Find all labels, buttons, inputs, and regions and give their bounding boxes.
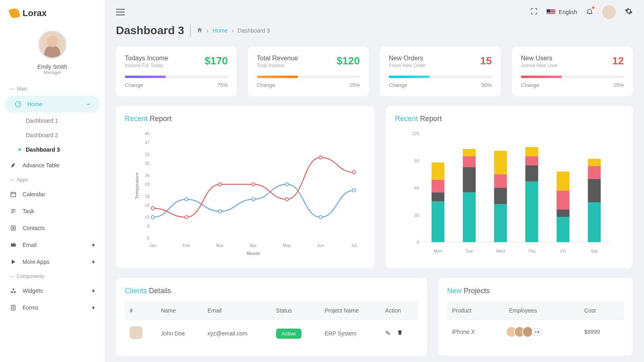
leaf-icon [8, 7, 20, 19]
kpi-change-label: Change [389, 82, 407, 88]
bar-chart[interactable]: 0306090120MonTueWedThuFriSat [395, 130, 624, 258]
sidebar-item-label: More Apps [23, 259, 50, 265]
dashboard-icon [14, 101, 22, 108]
svg-rect-72 [588, 202, 601, 242]
table-header: Email [202, 302, 271, 320]
page-title: Dashboard 3 [116, 24, 191, 37]
svg-text:Fri: Fri [561, 249, 566, 253]
svg-text:Mon: Mon [434, 249, 442, 253]
svg-point-32 [353, 189, 356, 192]
svg-rect-47 [431, 202, 444, 242]
brand[interactable]: Lorax [0, 8, 105, 27]
project-product: iPhone X [447, 320, 504, 344]
table-header: Action [380, 302, 418, 320]
kpi-title: Total Revenue [257, 55, 298, 62]
sidebar-item-dashboard3[interactable]: Dashboard 3 [16, 142, 105, 157]
svg-text:60: 60 [414, 185, 419, 190]
section-components: Components [0, 270, 105, 282]
sidebar-item-dashboard1[interactable]: Dashboard 1 [16, 113, 105, 128]
sidebar-item-dashboard2[interactable]: Dashboard 2 [16, 128, 105, 142]
sidebar-item-calendar[interactable]: Calendar [0, 186, 105, 203]
table-row: iPhone X +4 $8999 [447, 320, 624, 344]
sidebar-item-widgets[interactable]: Widgets + [0, 282, 105, 299]
sidebar-item-label: Home [27, 101, 42, 107]
projects-card: New Projects ProductEmployeesCost iPhone… [438, 278, 633, 356]
kpi-card-3: New Users Joined New User 12 Change25% [512, 47, 633, 96]
svg-rect-55 [463, 149, 476, 156]
svg-text:40: 40 [144, 131, 149, 136]
bar-chart-card: Recent Report 0306090120MonTueWedThuFriS… [386, 106, 633, 268]
menu-toggle[interactable] [116, 9, 125, 15]
fullscreen-icon[interactable] [530, 8, 538, 17]
sidebar-item-contacts[interactable]: Contacts [0, 220, 105, 237]
svg-text:Tue: Tue [466, 249, 473, 253]
settings-icon[interactable] [625, 7, 633, 17]
svg-text:33: 33 [144, 152, 149, 157]
section-apps: Apps [0, 174, 105, 186]
kpi-card-2: New Orders Fresh New Order 15 Change50% [380, 47, 501, 96]
sidebar-item-advance-table[interactable]: Advance Table [0, 157, 105, 174]
home-icon[interactable] [196, 27, 203, 35]
svg-text:Jan: Jan [149, 243, 157, 248]
sidebar-item-email[interactable]: Email + [0, 237, 105, 253]
task-icon [10, 208, 17, 215]
svg-point-27 [185, 197, 188, 201]
table-row: John Doe xyz@email.com Active ERP System… [125, 320, 418, 347]
kpi-title: New Orders [389, 55, 426, 62]
user-avatar[interactable] [602, 5, 616, 19]
kpi-value: 15 [480, 55, 492, 67]
language-selector[interactable]: English [547, 9, 577, 15]
sidebar-item-more-apps[interactable]: More Apps + [0, 253, 105, 270]
sidebar-item-forms[interactable]: Forms + [0, 299, 105, 316]
sidebar-item-label: Calendar [23, 191, 45, 197]
delete-icon[interactable] [397, 329, 403, 337]
expand-icon: + [92, 288, 95, 294]
sidebar-item-label: Widgets [23, 288, 43, 294]
breadcrumb-home[interactable]: Home [213, 27, 227, 34]
sidebar-item-label: Contacts [23, 225, 45, 231]
edit-icon[interactable]: ✎ [385, 329, 390, 337]
svg-rect-67 [557, 217, 570, 242]
kpi-subtitle: Joined New User [521, 63, 557, 68]
svg-text:Feb: Feb [183, 243, 190, 248]
employee-more[interactable]: +4 [532, 328, 543, 335]
project-cost: $8999 [580, 320, 624, 344]
avatar [38, 31, 66, 59]
table-header: Project Name [320, 302, 380, 320]
svg-text:90: 90 [414, 158, 419, 163]
svg-text:37: 37 [144, 140, 149, 145]
table-header: Cost [580, 302, 624, 320]
svg-rect-49 [431, 180, 444, 193]
table-header: # [125, 302, 156, 320]
card-title: New Projects [447, 287, 624, 295]
svg-rect-73 [588, 179, 601, 203]
svg-rect-59 [494, 174, 507, 188]
svg-rect-65 [525, 147, 538, 156]
card-title: Clients Details [125, 287, 418, 295]
kpi-card-0: Todays Income Income For Today $170 Chan… [116, 47, 237, 96]
kpi-progress [389, 76, 492, 78]
line-chart[interactable]: 59121619232630333740JanFebMarAprMayJunJu… [125, 130, 366, 258]
sidebar-item-label: Email [23, 242, 37, 248]
svg-rect-50 [431, 162, 444, 180]
sidebar: Lorax Emily Smith Manager Main Home − Da… [0, 0, 105, 362]
sidebar-item-label: Advance Table [23, 162, 60, 169]
svg-text:30: 30 [414, 213, 419, 218]
topbar: English [105, 0, 644, 24]
email-icon [10, 241, 17, 249]
widgets-icon [10, 287, 17, 294]
sidebar-item-task[interactable]: Task [0, 203, 105, 220]
kpi-progress [125, 76, 228, 78]
notifications-icon[interactable] [586, 8, 593, 17]
svg-text:9: 9 [147, 224, 150, 228]
kpi-value: 12 [612, 55, 624, 67]
svg-rect-68 [557, 210, 570, 217]
profile[interactable]: Emily Smith Manager [0, 27, 105, 83]
card-title: Recent Report [395, 115, 624, 123]
sidebar-item-home[interactable]: Home − [5, 96, 100, 113]
leaf-small-icon [10, 162, 17, 169]
card-title: Recent Report [125, 115, 366, 123]
kpi-change-label: Change [521, 82, 539, 88]
table-header: Product [447, 302, 504, 320]
breadcrumb: › Home › Dashboard 3 [196, 27, 270, 35]
